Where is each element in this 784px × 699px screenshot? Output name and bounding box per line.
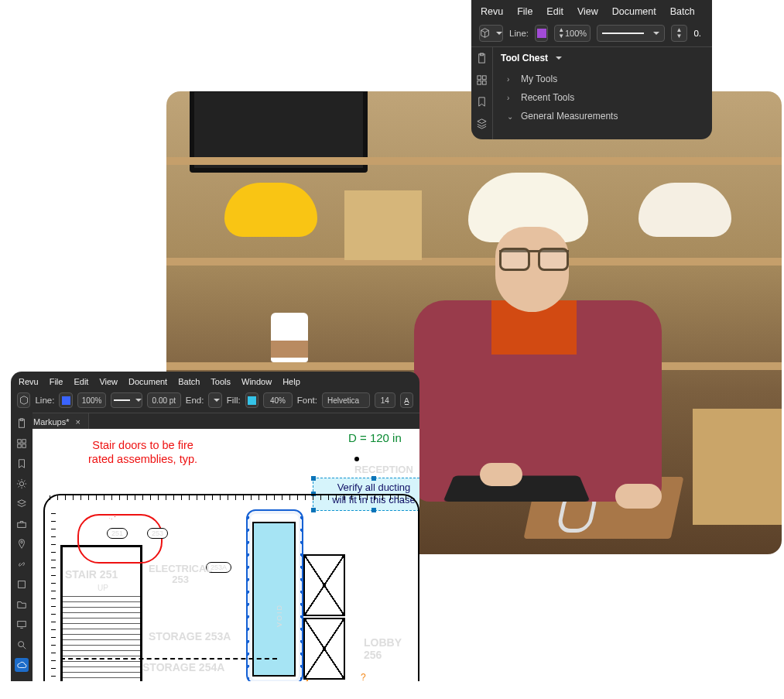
line-label: Line: bbox=[35, 396, 54, 405]
room-label-lobby: LOBBY 256 bbox=[364, 636, 419, 661]
revu-window: Revu File Edit View Document Batch Tools… bbox=[11, 372, 419, 681]
tree-row-my-tools[interactable]: ›My Tools bbox=[501, 70, 704, 88]
room-label-storage-a: STORAGE 253A bbox=[149, 630, 231, 642]
selection-handle[interactable] bbox=[311, 476, 316, 481]
menu-revu[interactable]: Revu bbox=[481, 6, 503, 17]
annotation-void-highlight[interactable] bbox=[252, 522, 296, 677]
chevron-right-icon: › bbox=[507, 75, 515, 84]
dimension-value: ? bbox=[361, 672, 366, 681]
clipboard-icon[interactable] bbox=[476, 53, 488, 67]
tree-row-general-measurements[interactable]: ⌄General Measurements bbox=[501, 107, 704, 125]
toolbar: Line: 100% 0.00 pt End: Fill: 40% Font: … bbox=[11, 390, 419, 413]
line-style-dropdown[interactable] bbox=[597, 25, 664, 42]
menu-document[interactable]: Document bbox=[612, 6, 656, 17]
close-icon[interactable]: × bbox=[75, 417, 80, 427]
drawing-canvas[interactable]: Stair doors to be fire rated assemblies,… bbox=[33, 429, 419, 681]
svg-rect-10 bbox=[18, 444, 21, 447]
void-label: VOID bbox=[276, 604, 283, 627]
dashed-wall bbox=[60, 658, 277, 660]
layers-icon[interactable] bbox=[15, 497, 29, 511]
selection-handle[interactable] bbox=[371, 476, 376, 481]
menu-batch[interactable]: Batch bbox=[670, 6, 695, 17]
view-3d-dropdown[interactable] bbox=[479, 25, 503, 42]
zoom-spinner[interactable]: ▲▼ 100% bbox=[554, 25, 591, 42]
box bbox=[693, 409, 782, 525]
font-dropdown[interactable]: Helvetica bbox=[322, 392, 370, 408]
layers-icon[interactable] bbox=[476, 118, 488, 132]
opacity-spinner[interactable]: 40% bbox=[263, 392, 293, 408]
svg-rect-3 bbox=[482, 76, 486, 80]
zoom-spinner[interactable]: 100% bbox=[77, 392, 107, 408]
menubar: Revu File Edit View Document Batch Tools… bbox=[11, 372, 419, 390]
menu-view[interactable]: View bbox=[577, 6, 598, 17]
pt-value: 0.00 pt bbox=[152, 396, 176, 405]
line-style-dropdown[interactable] bbox=[111, 392, 142, 408]
menu-batch[interactable]: Batch bbox=[178, 377, 200, 386]
svg-rect-11 bbox=[22, 444, 26, 447]
tool-chest-header[interactable]: Tool Chest bbox=[501, 53, 704, 63]
menu-view[interactable]: View bbox=[99, 377, 118, 386]
annotation-red-note[interactable]: Stair doors to be fire rated assemblies,… bbox=[88, 438, 197, 466]
menu-window[interactable]: Window bbox=[241, 377, 272, 386]
text-line: Verify all ducting bbox=[337, 481, 411, 493]
folder-icon[interactable] bbox=[15, 598, 29, 612]
svg-rect-8 bbox=[18, 440, 21, 443]
toolbox-icon[interactable] bbox=[15, 517, 29, 531]
line-color-swatch[interactable] bbox=[59, 392, 72, 408]
room-label-stair: STAIR 251 bbox=[65, 568, 118, 581]
tree-row-recent-tools[interactable]: ›Recent Tools bbox=[501, 88, 704, 107]
box bbox=[344, 190, 422, 260]
zoom-value: 100% bbox=[82, 396, 102, 405]
side-rail bbox=[11, 412, 33, 681]
grid-icon[interactable] bbox=[476, 74, 488, 88]
link-icon[interactable] bbox=[15, 557, 29, 571]
room-tag: 253 bbox=[147, 528, 168, 539]
annotation-dimension[interactable]: D = 120 in bbox=[348, 431, 402, 444]
menu-help[interactable]: Help bbox=[282, 377, 300, 386]
end-label: End: bbox=[186, 396, 204, 405]
view-3d-dropdown[interactable] bbox=[17, 392, 30, 408]
menu-file[interactable]: File bbox=[50, 377, 63, 386]
menu-edit[interactable]: Edit bbox=[546, 6, 563, 17]
svg-rect-4 bbox=[478, 81, 481, 84]
stepper[interactable]: ▲▼ bbox=[671, 25, 688, 42]
coffee-cup bbox=[271, 313, 308, 362]
text-style-button[interactable]: A̲ bbox=[400, 392, 413, 408]
gear-icon[interactable] bbox=[15, 477, 29, 491]
clipboard-icon[interactable] bbox=[15, 416, 29, 430]
fill-color-swatch[interactable] bbox=[245, 392, 258, 408]
annotation-red-cloud[interactable] bbox=[77, 514, 163, 564]
menu-edit[interactable]: Edit bbox=[74, 377, 88, 386]
svg-rect-15 bbox=[19, 581, 26, 588]
svg-point-14 bbox=[21, 541, 23, 543]
display-icon[interactable] bbox=[15, 618, 29, 632]
room-tag: 251 bbox=[107, 528, 128, 539]
stair-up-label: UP bbox=[98, 584, 108, 592]
svg-point-12 bbox=[19, 481, 23, 485]
stair-hatch bbox=[60, 596, 142, 681]
menu-tools[interactable]: Tools bbox=[211, 377, 231, 386]
hardhat-yellow bbox=[224, 183, 317, 237]
chevron-down-icon bbox=[553, 54, 562, 63]
bookmark-icon[interactable] bbox=[15, 457, 29, 471]
line-color-swatch[interactable] bbox=[535, 25, 548, 42]
end-style-dropdown[interactable] bbox=[208, 392, 221, 408]
toolbar: Line: ▲▼ 100% ▲▼ 0. bbox=[471, 22, 712, 47]
tick-marks bbox=[50, 495, 413, 500]
pin-icon[interactable] bbox=[15, 537, 29, 551]
font-size[interactable]: 14 bbox=[375, 392, 395, 408]
search-icon[interactable] bbox=[15, 638, 29, 652]
bookmark-icon[interactable] bbox=[476, 96, 488, 110]
text-line: Stair doors to be fire bbox=[92, 439, 193, 451]
line-weight[interactable]: 0.00 pt bbox=[147, 392, 181, 408]
stamp-icon[interactable] bbox=[15, 577, 29, 591]
room-label-storage-b: STORAGE 254A bbox=[142, 661, 224, 673]
grid-icon[interactable] bbox=[15, 437, 29, 451]
numeric-value: 0. bbox=[693, 29, 701, 38]
construction-worker bbox=[422, 173, 662, 505]
chevron-down-icon: ⌄ bbox=[507, 112, 515, 121]
menu-revu[interactable]: Revu bbox=[19, 377, 39, 386]
menu-file[interactable]: File bbox=[517, 6, 532, 17]
menu-document[interactable]: Document bbox=[128, 377, 167, 386]
cloud-icon[interactable] bbox=[15, 658, 29, 672]
